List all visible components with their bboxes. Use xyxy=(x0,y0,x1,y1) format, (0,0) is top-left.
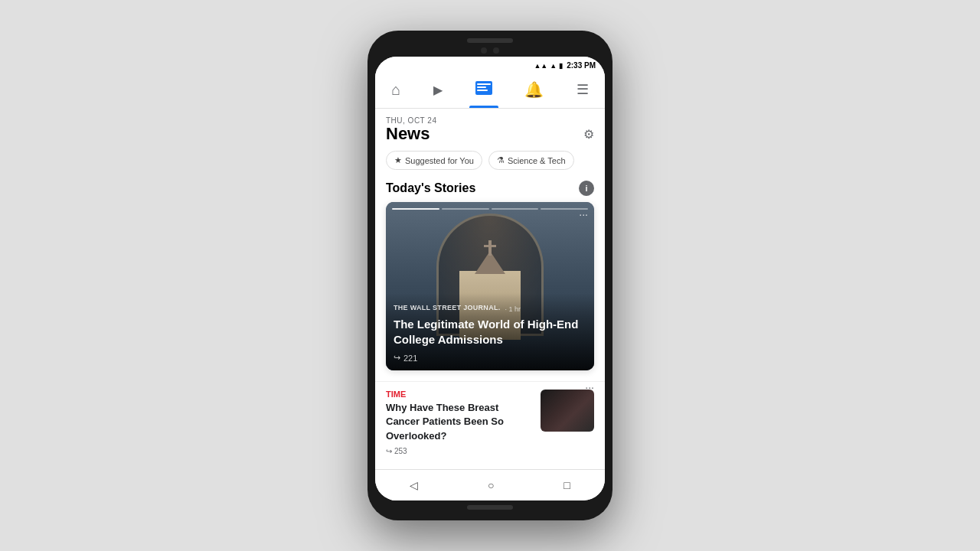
science-icon: ⚗ xyxy=(497,155,505,165)
wifi-icon: ▲ xyxy=(550,62,557,70)
navigation-bar: ⌂ ▶ 🔔 ☰ xyxy=(375,71,605,109)
chip-science-label: Science & Tech xyxy=(508,156,566,165)
android-home-button[interactable]: ○ xyxy=(472,476,509,494)
status-bar: ▲▲ ▲ ▮ 2:33 PM xyxy=(375,57,605,71)
settings-button[interactable]: ⚙ xyxy=(583,127,594,142)
android-back-button[interactable]: ◁ xyxy=(394,476,433,494)
article-item[interactable]: TIME Why Have These Breast Cancer Patien… xyxy=(375,381,605,463)
nav-notifications[interactable]: 🔔 xyxy=(518,77,550,102)
chip-suggested-label: Suggested for You xyxy=(405,156,474,165)
section-header: Today's Stories i xyxy=(375,178,605,202)
article-share-count: 253 xyxy=(394,447,407,455)
home-icon: ⌂ xyxy=(391,81,400,99)
story-progress-bar xyxy=(392,208,588,210)
story-overlay: THE WALL STREET JOURNAL. · 1 hr The Legi… xyxy=(386,293,594,370)
phone-speaker-bottom xyxy=(467,505,513,510)
featured-story-card[interactable]: ··· THE WALL STREET JOURNAL. · 1 hr The … xyxy=(386,202,594,370)
article-content: TIME Why Have These Breast Cancer Patien… xyxy=(386,390,533,455)
article-headline: Why Have These Breast Cancer Patients Be… xyxy=(386,401,533,443)
main-content: THU, OCT 24 News ⚙ ★ Suggested for You ⚗… xyxy=(375,109,605,469)
article-source: TIME xyxy=(386,390,533,399)
filter-chips-container: ★ Suggested for You ⚗ Science & Tech xyxy=(375,148,605,178)
front-camera xyxy=(481,47,487,54)
phone-screen: ▲▲ ▲ ▮ 2:33 PM ⌂ ▶ xyxy=(375,57,605,500)
android-navigation: ◁ ○ □ xyxy=(375,469,605,500)
phone-device: ▲▲ ▲ ▮ 2:33 PM ⌂ ▶ xyxy=(368,31,612,520)
svg-rect-3 xyxy=(477,90,488,91)
article-more-button[interactable]: ··· xyxy=(585,381,594,393)
phone-speaker xyxy=(467,38,513,43)
page-header: THU, OCT 24 News ⚙ xyxy=(375,109,605,148)
hamburger-icon: ☰ xyxy=(577,81,589,98)
chip-suggested[interactable]: ★ Suggested for You xyxy=(386,151,482,170)
front-sensor xyxy=(493,47,499,54)
article-wrapper: TIME Why Have These Breast Cancer Patien… xyxy=(375,381,605,463)
svg-rect-2 xyxy=(477,86,486,88)
section-title: Today's Stories xyxy=(386,181,475,195)
nav-video[interactable]: ▶ xyxy=(427,80,449,100)
status-icons: ▲▲ ▲ ▮ 2:33 PM xyxy=(534,61,596,70)
progress-dot-1 xyxy=(392,208,439,210)
article-thumb-image xyxy=(541,390,594,432)
svg-rect-1 xyxy=(477,83,491,85)
chip-science-tech[interactable]: ⚗ Science & Tech xyxy=(488,151,574,170)
page-title: News xyxy=(386,125,436,143)
nav-news[interactable] xyxy=(469,78,498,102)
bell-icon: 🔔 xyxy=(524,80,544,99)
progress-dot-3 xyxy=(492,208,539,210)
story-headline: The Legitimate World of High-End College… xyxy=(394,317,586,347)
article-share-icon: ↪ xyxy=(386,447,392,455)
nav-menu[interactable]: ☰ xyxy=(570,78,595,101)
android-recent-button[interactable]: □ xyxy=(548,476,585,494)
story-shares: ↪ 221 xyxy=(394,353,586,363)
star-icon: ★ xyxy=(394,155,402,165)
signal-icon: ▲▲ xyxy=(534,62,547,70)
story-source: THE WALL STREET JOURNAL. xyxy=(394,304,501,311)
nav-home[interactable]: ⌂ xyxy=(385,78,407,102)
progress-dot-2 xyxy=(442,208,489,210)
church-cross xyxy=(488,240,492,256)
video-icon: ▶ xyxy=(433,83,443,97)
story-more-button[interactable]: ··· xyxy=(579,208,588,220)
battery-icon: ▮ xyxy=(559,62,563,70)
article-thumbnail xyxy=(541,390,594,432)
share-count: 221 xyxy=(403,354,417,363)
phone-cameras xyxy=(375,47,605,54)
article-shares: ↪ 253 xyxy=(386,447,533,455)
share-icon: ↪ xyxy=(394,353,400,363)
header-text: THU, OCT 24 News xyxy=(386,116,436,143)
story-time: · 1 hr xyxy=(505,305,521,313)
info-button[interactable]: i xyxy=(579,181,594,196)
news-icon xyxy=(475,81,492,99)
time-display: 2:33 PM xyxy=(567,61,596,70)
story-image: ··· THE WALL STREET JOURNAL. · 1 hr The … xyxy=(386,202,594,370)
